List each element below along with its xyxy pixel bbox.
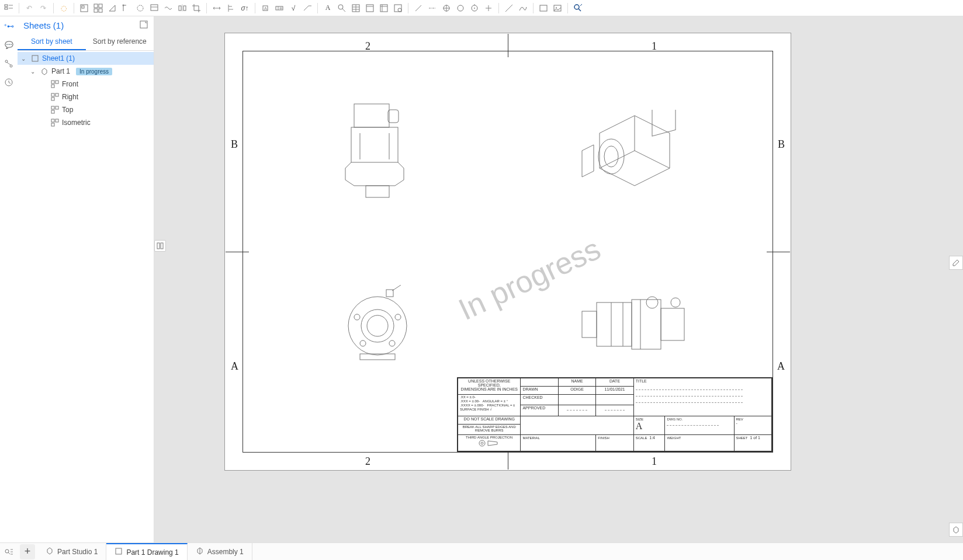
image-button[interactable]	[551, 2, 564, 15]
inspect-button[interactable]	[571, 2, 584, 15]
datum-button[interactable]: A	[259, 2, 272, 15]
tb-drawn-label	[521, 378, 558, 387]
tree-view-top[interactable]: Top	[18, 103, 154, 116]
tree-view-isometric[interactable]: Isometric	[18, 116, 154, 129]
svg-point-95	[395, 314, 401, 320]
title-block[interactable]: UNLESS OTHERWISE SPECIFIED, DIMENSIONS A…	[457, 377, 773, 452]
mirror-view-button[interactable]	[176, 2, 189, 15]
svg-rect-104	[661, 308, 684, 340]
line-button[interactable]	[412, 2, 425, 15]
spline-button[interactable]	[517, 2, 529, 15]
zone-row-a-left: A	[231, 360, 238, 373]
status-badge: In progress	[76, 68, 112, 75]
dimension-button[interactable]	[210, 2, 223, 15]
tb-drawn-name: ODIGE	[558, 386, 595, 394]
table-button[interactable]	[349, 2, 362, 15]
svg-line-114	[8, 552, 10, 554]
section-view-button[interactable]	[120, 2, 133, 15]
tab-drawing[interactable]: Part 1 Drawing 1	[106, 543, 187, 561]
svg-point-106	[671, 298, 680, 307]
right-view[interactable]	[337, 285, 418, 361]
svg-point-94	[354, 314, 360, 320]
zone-col-2-bot: 2	[365, 455, 370, 468]
tb-checked: CHECKED	[521, 394, 558, 405]
svg-rect-35	[366, 5, 373, 12]
tree-sheet-row[interactable]: ⌄ Sheet1 (1)	[18, 52, 154, 65]
circle-button[interactable]	[454, 2, 467, 15]
sort-by-reference-tab[interactable]: Sort by reference	[86, 34, 154, 50]
chevron-down-icon[interactable]: ⌄	[21, 55, 28, 62]
svg-point-47	[458, 5, 463, 11]
centerline-button[interactable]	[426, 2, 439, 15]
hole-table-button[interactable]	[363, 2, 376, 15]
surface-finish-button[interactable]: √	[287, 2, 300, 15]
detail-view-button[interactable]	[148, 2, 161, 15]
svg-rect-0	[5, 5, 8, 6]
broken-out-button[interactable]	[134, 2, 147, 15]
auxiliary-view-button[interactable]	[106, 2, 119, 15]
gtol-button[interactable]: ⊕	[273, 2, 286, 15]
tab-assembly[interactable]: Assembly 1	[188, 543, 252, 561]
tree-part-row[interactable]: ⌄ Part 1 In progress	[18, 65, 154, 78]
tb-noscale: DO NOT SCALE DRAWING	[458, 416, 521, 424]
tree-view-label: Right	[62, 93, 78, 101]
four-view-button[interactable]	[92, 2, 105, 15]
svg-rect-69	[51, 93, 54, 96]
note-button[interactable]: A	[321, 2, 334, 15]
tb-notes1: UNLESS OTHERWISE SPECIFIED,	[468, 379, 510, 387]
search-tabs-icon[interactable]	[0, 545, 18, 558]
isometric-view[interactable]	[576, 110, 693, 197]
center-point-button[interactable]	[468, 2, 481, 15]
comments-icon[interactable]: 💬	[2, 39, 15, 51]
break-view-button[interactable]	[162, 2, 175, 15]
crop-view-button[interactable]	[190, 2, 203, 15]
sheet-format-button[interactable]	[537, 2, 550, 15]
point-button[interactable]	[482, 2, 495, 15]
tree-view-right[interactable]: Right	[18, 91, 154, 103]
versions-icon[interactable]	[2, 57, 15, 70]
undo-button[interactable]: ↶	[23, 2, 36, 15]
svg-rect-76	[56, 119, 58, 122]
chevron-down-icon[interactable]: ⌄	[30, 68, 37, 75]
centermark-button[interactable]	[440, 2, 453, 15]
tab-part-studio[interactable]: Part Studio 1	[37, 543, 106, 561]
ordinate-dim-button[interactable]	[224, 2, 237, 15]
edge-button[interactable]	[503, 2, 515, 15]
tb-title-label: TITLE	[636, 379, 647, 383]
tree-view-label: Front	[62, 80, 78, 88]
tree-view-front[interactable]: Front	[18, 78, 154, 91]
sort-by-sheet-tab[interactable]: Sort by sheet	[18, 34, 86, 50]
revision-table-button[interactable]	[392, 2, 404, 15]
svg-point-91	[348, 297, 407, 355]
add-feature-icon[interactable]: ⁺⊷	[2, 20, 15, 33]
top-view[interactable]	[576, 285, 693, 361]
drawing-canvas[interactable]: 2 1 2 1 B B A A In progress	[154, 16, 963, 542]
redo-button[interactable]: ↷	[37, 2, 50, 15]
view-cube-toggle[interactable]	[949, 523, 963, 537]
svg-rect-70	[56, 93, 58, 96]
chamfer-dim-button[interactable]: σ↑	[238, 2, 251, 15]
sheet-tree: ⌄ Sheet1 (1) ⌄ Part 1 In progress Front …	[18, 51, 154, 130]
svg-point-61	[10, 65, 12, 67]
assembly-icon	[196, 547, 204, 556]
part-icon	[40, 67, 49, 76]
panel-title: Sheets (1)	[23, 20, 64, 30]
insert-view-button[interactable]	[78, 2, 91, 15]
tb-tol-xxxx: .XXXX = ±.000-	[460, 404, 484, 407]
feature-tree-icon[interactable]	[2, 2, 15, 15]
find-button[interactable]	[335, 2, 348, 15]
drawing-sheet[interactable]: 2 1 2 1 B B A A In progress	[224, 33, 791, 471]
front-view[interactable]	[337, 98, 418, 203]
svg-rect-79	[161, 243, 163, 249]
tb-tol-xx: .XX = ±.0-	[460, 395, 476, 399]
tree-view-label: Isometric	[62, 119, 91, 127]
tools-panel-toggle[interactable]	[949, 256, 963, 270]
sheet-icon	[30, 54, 40, 63]
add-tab-button[interactable]: +	[20, 544, 35, 559]
panel-expand-icon[interactable]	[140, 20, 148, 30]
collapse-panel-handle[interactable]	[154, 240, 166, 252]
history-icon[interactable]	[2, 76, 15, 89]
bom-button[interactable]	[377, 2, 390, 15]
waiting-icon[interactable]: ◌	[57, 2, 70, 15]
weld-symbol-button[interactable]	[301, 2, 314, 15]
